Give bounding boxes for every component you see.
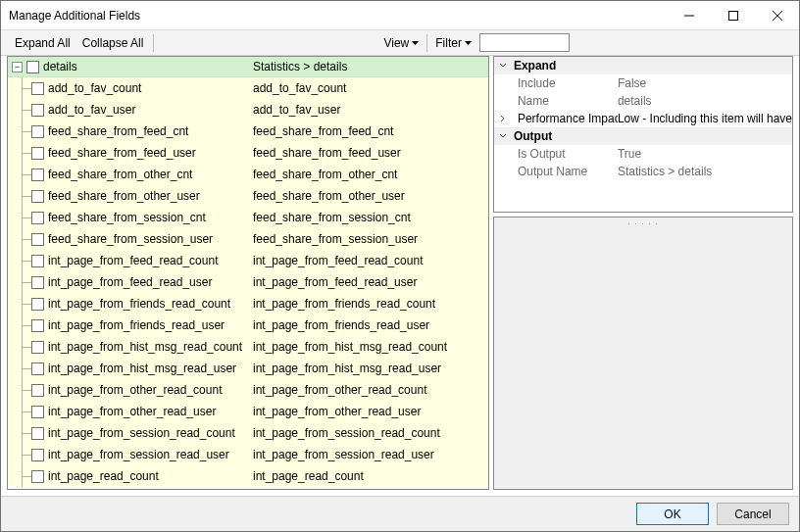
minimize-button[interactable] xyxy=(667,1,711,29)
row-stat: int_page_from_feed_read_user xyxy=(253,275,488,289)
tree-row[interactable]: int_page_from_session_read_countint_page… xyxy=(8,422,488,444)
description-panel: . . . . . xyxy=(493,217,793,490)
row-checkbox[interactable] xyxy=(31,255,44,267)
row-checkbox[interactable] xyxy=(31,104,44,117)
close-icon xyxy=(773,11,782,21)
row-checkbox[interactable] xyxy=(31,82,44,95)
tree-row[interactable]: add_to_fav_useradd_to_fav_user xyxy=(8,99,488,121)
row-checkbox[interactable] xyxy=(31,470,44,483)
collapse-all-button[interactable]: Collapse All xyxy=(76,36,150,50)
row-name: feed_share_from_other_user xyxy=(48,189,200,203)
expand-toggle[interactable] xyxy=(494,62,512,70)
prop-value: details xyxy=(618,94,792,108)
tree-line xyxy=(12,336,31,358)
right-column: Expand Include False Name details xyxy=(493,56,793,490)
row-checkbox[interactable] xyxy=(31,190,44,203)
tree-line xyxy=(12,444,31,465)
row-name: feed_share_from_feed_cnt xyxy=(48,124,188,138)
row-name: int_page_from_session_read_count xyxy=(48,426,235,440)
svg-rect-1 xyxy=(728,11,737,20)
view-dropdown[interactable]: View xyxy=(379,36,423,50)
expand-toggle[interactable] xyxy=(494,115,512,122)
window: Manage Additional Fields Expand All Coll… xyxy=(0,0,800,532)
filter-label: Filter xyxy=(435,36,462,50)
svg-marker-5 xyxy=(465,41,472,45)
row-checkbox[interactable] xyxy=(31,212,44,224)
row-name: int_page_from_session_read_user xyxy=(48,448,229,461)
row-stat: feed_share_from_other_user xyxy=(253,189,488,203)
tree-row[interactable]: feed_share_from_session_userfeed_share_f… xyxy=(8,228,488,250)
tree-row[interactable]: feed_share_from_feed_userfeed_share_from… xyxy=(8,142,488,164)
footer: OK Cancel xyxy=(1,496,799,531)
tree-row[interactable]: int_page_from_hist_msg_read_countint_pag… xyxy=(8,336,488,358)
tree-row[interactable]: int_page_from_friends_read_countint_page… xyxy=(8,293,488,314)
expand-toggle[interactable] xyxy=(494,132,512,140)
chevron-down-icon xyxy=(465,41,472,45)
row-checkbox[interactable] xyxy=(31,233,44,246)
tree-row[interactable]: int_page_from_friends_read_userint_page_… xyxy=(8,314,488,336)
tree-row[interactable]: int_page_read_countint_page_read_count xyxy=(8,465,488,487)
tree-line xyxy=(12,379,31,401)
tree-row[interactable]: feed_share_from_feed_cntfeed_share_from_… xyxy=(8,121,488,142)
tree-line xyxy=(12,293,31,314)
prop-label: Is Output xyxy=(512,147,618,161)
tree-row[interactable]: add_to_fav_countadd_to_fav_count xyxy=(8,77,488,99)
tree-group-header[interactable]: − details Statistics > details xyxy=(8,57,488,77)
tree-row[interactable]: feed_share_from_session_cntfeed_share_fr… xyxy=(8,207,488,228)
row-name: int_page_from_friends_read_user xyxy=(48,318,225,332)
row-checkbox[interactable] xyxy=(31,427,44,440)
row-checkbox[interactable] xyxy=(31,125,44,138)
maximize-icon xyxy=(728,11,738,21)
tree-row[interactable]: feed_share_from_other_userfeed_share_fro… xyxy=(8,185,488,207)
expand-all-button[interactable]: Expand All xyxy=(9,36,76,50)
tree-line xyxy=(12,465,31,487)
collapse-toggle[interactable]: − xyxy=(12,62,23,73)
row-checkbox[interactable] xyxy=(31,449,44,461)
fields-tree: − details Statistics > details add_to_fa… xyxy=(7,56,489,490)
tree-row[interactable]: int_page_from_session_read_userint_page_… xyxy=(8,444,488,465)
tree-row[interactable]: int_page_from_hist_msg_read_userint_page… xyxy=(8,358,488,379)
row-checkbox[interactable] xyxy=(31,169,44,181)
cancel-button[interactable]: Cancel xyxy=(717,503,789,525)
tree-row[interactable]: int_page_from_feed_read_countint_page_fr… xyxy=(8,250,488,271)
tree-row[interactable]: int_page_from_other_read_userint_page_fr… xyxy=(8,401,488,422)
row-checkbox[interactable] xyxy=(31,298,44,311)
prop-label: Performance Impact xyxy=(512,112,618,125)
chevron-down-icon xyxy=(499,132,507,140)
row-checkbox[interactable] xyxy=(31,363,44,375)
splitter-grip[interactable]: . . . . . xyxy=(627,217,659,226)
row-name: int_page_from_feed_read_user xyxy=(48,275,212,289)
close-button[interactable] xyxy=(755,1,799,29)
chevron-right-icon xyxy=(499,115,507,122)
row-checkbox[interactable] xyxy=(31,341,44,354)
row-stat: int_page_from_friends_read_user xyxy=(253,318,488,332)
tree-row[interactable]: int_page_from_other_read_countint_page_f… xyxy=(8,379,488,401)
row-stat: int_page_read_count xyxy=(253,469,488,483)
row-stat: add_to_fav_count xyxy=(253,81,488,95)
row-checkbox[interactable] xyxy=(31,384,44,397)
row-checkbox[interactable] xyxy=(31,319,44,332)
prop-value: True xyxy=(618,147,792,161)
row-name: feed_share_from_feed_user xyxy=(48,146,196,160)
tree-scroll[interactable]: − details Statistics > details add_to_fa… xyxy=(8,57,488,489)
group-output-label: Output xyxy=(512,129,618,143)
titlebar: Manage Additional Fields xyxy=(1,1,799,30)
row-stat: int_page_from_friends_read_count xyxy=(253,297,488,311)
row-checkbox[interactable] xyxy=(31,147,44,160)
filter-input[interactable] xyxy=(479,33,570,52)
filter-dropdown[interactable]: Filter xyxy=(431,36,475,50)
prop-value[interactable]: False xyxy=(618,76,792,90)
tree-line xyxy=(12,164,31,185)
group-checkbox[interactable] xyxy=(26,61,39,73)
ok-button[interactable]: OK xyxy=(636,503,709,525)
row-name: int_page_from_friends_read_count xyxy=(48,297,230,311)
tree-line xyxy=(12,228,31,250)
tree-row[interactable]: int_page_from_feed_read_userint_page_fro… xyxy=(8,271,488,293)
row-stat: int_page_from_session_read_user xyxy=(253,448,488,461)
row-checkbox[interactable] xyxy=(31,406,44,418)
group-name: details xyxy=(43,60,77,73)
maximize-button[interactable] xyxy=(711,1,755,29)
row-checkbox[interactable] xyxy=(31,276,44,289)
row-stat: int_page_from_session_read_count xyxy=(253,426,488,440)
tree-row[interactable]: feed_share_from_other_cntfeed_share_from… xyxy=(8,164,488,185)
